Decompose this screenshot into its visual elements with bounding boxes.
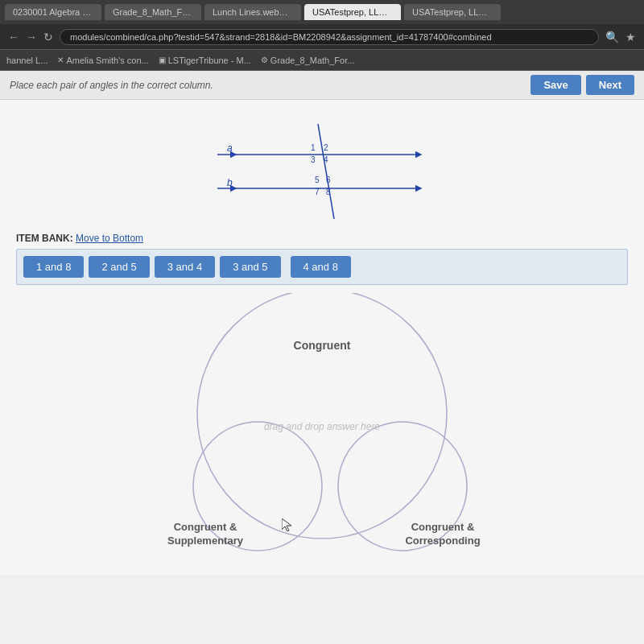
tile-2and5[interactable]: 2 and 5 xyxy=(89,256,149,278)
instruction-text: Place each pair of angles in the correct… xyxy=(10,80,213,91)
svg-text:Congruent &: Congruent & xyxy=(411,521,475,533)
svg-text:b: b xyxy=(227,177,233,188)
item-bank-tiles: 1 and 8 2 and 5 3 and 4 3 and 5 4 and 8 xyxy=(16,249,628,285)
parallel-lines-diagram: a b 1 2 3 4 5 6 7 8 xyxy=(185,116,459,221)
browser-tabs: 0230001 Algebra Re ✕ Grade_8_Math_Formu … xyxy=(0,0,644,24)
toolbar-buttons: Save Next xyxy=(530,75,634,95)
venn-diagram-area: Congruent drag and drop answer here Cong… xyxy=(16,293,628,567)
svg-text:2: 2 xyxy=(324,143,328,152)
move-to-bottom-link[interactable]: Move to Bottom xyxy=(76,233,143,244)
svg-text:Congruent: Congruent xyxy=(294,339,351,352)
tile-1and8[interactable]: 1 and 8 xyxy=(23,256,84,278)
address-bar: ← → ↻ 🔍 ★ xyxy=(0,24,644,50)
content-area: a b 1 2 3 4 5 6 7 8 ITEM BANK: Move to B… xyxy=(0,100,644,575)
back-icon[interactable]: ← xyxy=(8,31,19,43)
item-bank-label: ITEM BANK: Move to Bottom xyxy=(16,233,628,244)
tab-lunch[interactable]: Lunch Lines.webm - Go ✕ xyxy=(204,4,301,20)
svg-text:6: 6 xyxy=(326,175,331,184)
diagram-container: a b 1 2 3 4 5 6 7 8 xyxy=(16,116,628,221)
svg-text:Supplementary: Supplementary xyxy=(167,535,244,547)
bookmark-amelia[interactable]: ✕ Amelia Smith's con... xyxy=(57,56,148,65)
forward-icon[interactable]: → xyxy=(26,31,37,43)
bookmark-grade8[interactable]: ⚙ Grade_8_Math_For... xyxy=(261,56,355,65)
tab-usatestprep-1[interactable]: USATestprep, LLC - Onli ✕ xyxy=(304,4,401,20)
page-toolbar: Place each pair of angles in the correct… xyxy=(0,71,644,100)
tile-3and5[interactable]: 3 and 5 xyxy=(220,256,280,278)
svg-text:Corresponding: Corresponding xyxy=(405,535,480,547)
tab-grade8[interactable]: Grade_8_Math_Formu ✕ xyxy=(105,4,201,20)
next-button[interactable]: Next xyxy=(586,75,634,95)
tab-usatestprep-2[interactable]: USATestprep, LLC - Onli ✕ xyxy=(404,4,501,20)
star-icon[interactable]: ★ xyxy=(625,31,636,43)
reload-icon[interactable]: ↻ xyxy=(43,31,53,43)
tile-3and4[interactable]: 3 and 4 xyxy=(155,256,215,278)
svg-text:5: 5 xyxy=(315,175,320,184)
bookmarks-bar: hannel L... ✕ Amelia Smith's con... ▣ LS… xyxy=(0,50,644,71)
svg-text:drag and drop answer here: drag and drop answer here xyxy=(264,421,380,432)
svg-point-15 xyxy=(197,293,447,539)
svg-text:1: 1 xyxy=(311,143,316,152)
svg-text:4: 4 xyxy=(324,155,328,164)
svg-text:7: 7 xyxy=(315,188,320,196)
venn-diagram-svg: Congruent drag and drop answer here Cong… xyxy=(48,293,596,567)
bookmark-lstiger[interactable]: ▣ LSTigerTribune - M... xyxy=(159,56,251,65)
svg-text:3: 3 xyxy=(311,155,316,164)
address-input[interactable] xyxy=(60,29,599,45)
svg-text:8: 8 xyxy=(326,188,331,196)
svg-text:a: a xyxy=(227,142,233,154)
bookmark-channel[interactable]: hannel L... xyxy=(6,56,47,65)
tab-algebra[interactable]: 0230001 Algebra Re ✕ xyxy=(5,4,101,20)
main-content: Place each pair of angles in the correct… xyxy=(0,71,644,644)
search-icon[interactable]: 🔍 xyxy=(605,31,619,43)
tile-4and8[interactable]: 4 and 8 xyxy=(291,256,351,278)
svg-text:Congruent &: Congruent & xyxy=(174,521,237,533)
svg-line-4 xyxy=(318,124,334,219)
save-button[interactable]: Save xyxy=(530,75,580,95)
